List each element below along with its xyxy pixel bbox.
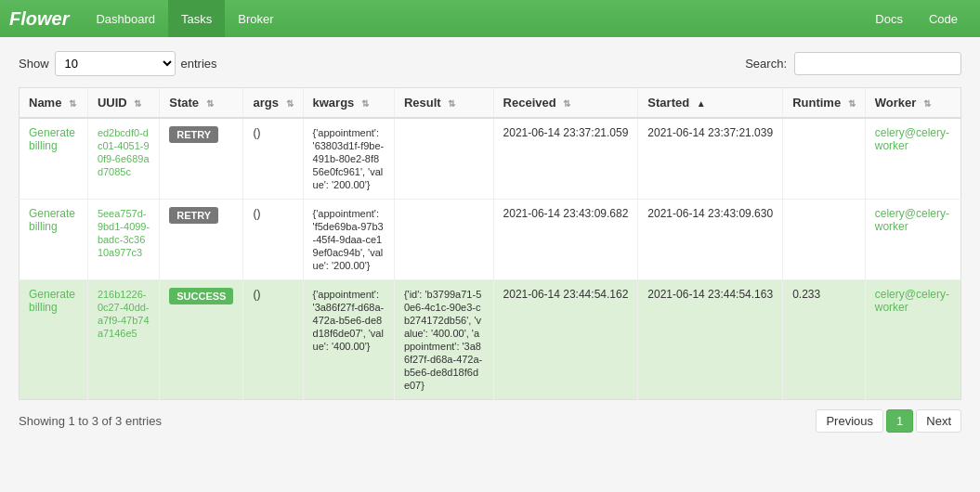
cell-name: Generate billing xyxy=(20,200,88,280)
cell-received: 2021-06-14 23:37:21.059 xyxy=(493,118,638,200)
cell-args: () xyxy=(243,200,303,280)
tasks-table: Name ⇅ UUID ⇅ State ⇅ args ⇅ kwargs ⇅ xyxy=(19,87,961,400)
table-row: Generate billing 5eea757d-9bd1-4099-badc… xyxy=(20,200,961,280)
bottom-row: Showing 1 to 3 of 3 entries Previous 1 N… xyxy=(19,409,961,433)
cell-kwargs: {'appointment': 'f5de69ba-97b3-45f4-9daa… xyxy=(303,200,394,280)
search-label: Search: xyxy=(745,57,787,71)
cell-started: 2021-06-14 23:43:09.630 xyxy=(638,200,783,280)
sort-name-icon: ⇅ xyxy=(69,98,76,109)
cell-kwargs: {'appointment': '3a86f27f-d68a-472a-b5e6… xyxy=(303,280,394,400)
cell-received: 2021-06-14 23:43:09.682 xyxy=(493,200,638,280)
entries-select[interactable]: 10 25 50 100 xyxy=(55,51,176,76)
cell-uuid: 216b1226-0c27-40dd-a7f9-47b74a7146e5 xyxy=(87,280,159,400)
cell-started: 2021-06-14 23:44:54.163 xyxy=(638,280,783,400)
cell-uuid: ed2bcdf0-dc01-4051-90f9-6e689ad7085c xyxy=(87,118,159,200)
search-group: Search: xyxy=(745,52,961,75)
navbar-right: Docs Code xyxy=(862,0,971,37)
cell-received: 2021-06-14 23:44:54.162 xyxy=(493,280,638,400)
cell-state: RETRY xyxy=(160,200,243,280)
cell-state: SUCCESS xyxy=(160,280,243,400)
col-args[interactable]: args ⇅ xyxy=(243,88,303,119)
table-header: Name ⇅ UUID ⇅ State ⇅ args ⇅ kwargs ⇅ xyxy=(20,88,961,119)
nav-tasks[interactable]: Tasks xyxy=(168,0,225,37)
col-started[interactable]: Started ▲ xyxy=(638,88,783,119)
cell-name: Generate billing xyxy=(20,118,88,200)
col-uuid[interactable]: UUID ⇅ xyxy=(87,88,159,119)
cell-result xyxy=(394,118,493,200)
nav-broker[interactable]: Broker xyxy=(225,0,286,37)
nav-dashboard[interactable]: Dashboard xyxy=(83,0,168,37)
cell-name: Generate billing xyxy=(20,280,88,400)
sort-received-icon: ⇅ xyxy=(563,98,570,109)
col-kwargs[interactable]: kwargs ⇅ xyxy=(303,88,394,119)
cell-started: 2021-06-14 23:37:21.039 xyxy=(638,118,783,200)
entries-label: entries xyxy=(181,57,217,71)
table-row: Generate billing 216b1226-0c27-40dd-a7f9… xyxy=(20,280,961,400)
cell-kwargs: {'appointment': '63803d1f-f9be-491b-80e2… xyxy=(303,118,394,200)
cell-uuid: 5eea757d-9bd1-4099-badc-3c3610a977c3 xyxy=(87,200,159,280)
sort-result-icon: ⇅ xyxy=(448,98,455,109)
page-1-button[interactable]: 1 xyxy=(886,409,913,433)
sort-state-icon: ⇅ xyxy=(206,98,214,109)
cell-worker: celery@celery-worker xyxy=(865,118,960,200)
navbar: Flower Dashboard Tasks Broker Docs Code xyxy=(0,0,980,37)
table-body: Generate billing ed2bcdf0-dc01-4051-90f9… xyxy=(20,118,961,400)
cell-runtime xyxy=(783,118,866,200)
sort-started-icon: ▲ xyxy=(697,98,706,109)
cell-runtime xyxy=(783,200,866,280)
cell-args: () xyxy=(243,280,303,400)
nav-code[interactable]: Code xyxy=(916,0,971,37)
cell-worker: celery@celery-worker xyxy=(865,280,960,400)
cell-args: () xyxy=(243,118,303,200)
sort-worker-icon: ⇅ xyxy=(923,98,931,109)
col-result[interactable]: Result ⇅ xyxy=(394,88,493,119)
cell-worker: celery@celery-worker xyxy=(865,200,960,280)
show-entries-group: Show 10 25 50 100 entries xyxy=(19,51,217,76)
brand-logo[interactable]: Flower xyxy=(9,8,69,30)
col-name[interactable]: Name ⇅ xyxy=(20,88,88,119)
sort-uuid-icon: ⇅ xyxy=(134,98,141,109)
sort-args-icon: ⇅ xyxy=(286,98,294,109)
show-label: Show xyxy=(19,57,49,71)
sort-kwargs-icon: ⇅ xyxy=(361,98,369,109)
cell-result xyxy=(394,200,493,280)
col-runtime[interactable]: Runtime ⇅ xyxy=(783,88,866,119)
search-input[interactable] xyxy=(794,52,961,75)
controls-row: Show 10 25 50 100 entries Search: xyxy=(19,51,961,76)
cell-result: {'id': 'b3799a71-50e6-4c1c-90e3-cb274172… xyxy=(394,280,493,400)
main-content: Show 10 25 50 100 entries Search: Name ⇅ xyxy=(0,37,980,447)
showing-text: Showing 1 to 3 of 3 entries xyxy=(19,414,162,428)
table-row: Generate billing ed2bcdf0-dc01-4051-90f9… xyxy=(20,118,961,200)
previous-button[interactable]: Previous xyxy=(816,409,883,433)
col-state[interactable]: State ⇅ xyxy=(160,88,243,119)
cell-state: RETRY xyxy=(160,118,243,200)
col-received[interactable]: Received ⇅ xyxy=(493,88,638,119)
next-button[interactable]: Next xyxy=(916,409,961,433)
col-worker[interactable]: Worker ⇅ xyxy=(865,88,960,119)
cell-runtime: 0.233 xyxy=(783,280,866,400)
sort-runtime-icon: ⇅ xyxy=(848,98,856,109)
nav-docs[interactable]: Docs xyxy=(862,0,916,37)
pagination: Previous 1 Next xyxy=(816,409,961,433)
